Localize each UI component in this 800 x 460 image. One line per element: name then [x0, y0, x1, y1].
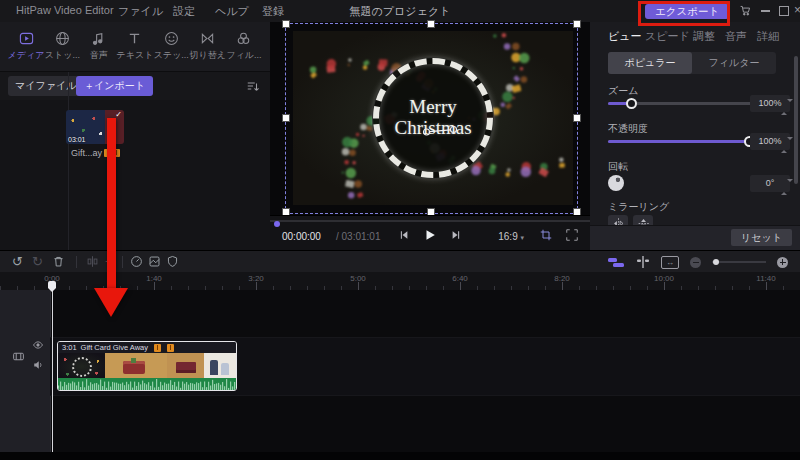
undo-icon[interactable]: ↺: [12, 254, 23, 269]
tab-sticker[interactable]: ステッ...: [153, 22, 189, 71]
project-title: 無題のプロジェクト: [350, 4, 451, 19]
current-time: 00:00:00: [282, 231, 321, 242]
menu-register[interactable]: 登録: [262, 4, 284, 19]
track-align-icon[interactable]: [636, 256, 650, 268]
clip-title: Gift Card Give Away: [81, 343, 148, 352]
prev-frame-button[interactable]: [398, 229, 410, 241]
filter-segmented-control: ポピュラー フィルター: [608, 52, 776, 74]
ruler-label: 11:40: [756, 274, 775, 283]
app-name: HitPaw Video Editor: [16, 4, 114, 16]
rotation-value[interactable]: 0°: [750, 175, 790, 192]
redo-icon[interactable]: ↻: [32, 254, 43, 269]
menu-file[interactable]: ファイル: [118, 4, 163, 19]
zoom-value[interactable]: 100%: [750, 95, 790, 112]
gift-emoji: [167, 344, 174, 352]
tab-text[interactable]: テキスト: [117, 22, 153, 71]
sort-icon[interactable]: [246, 79, 260, 93]
sticker-icon: [164, 31, 179, 46]
tab-view[interactable]: ビュー: [608, 29, 642, 44]
stock-icon: [55, 31, 70, 46]
ruler-label: 6:40: [452, 274, 468, 283]
opacity-label: 不透明度: [608, 122, 648, 136]
track-mute-icon[interactable]: [32, 359, 44, 371]
timeline-toolbar: ↺ ↻ ↔: [0, 250, 800, 273]
panel-scrollbar[interactable]: [794, 56, 798, 184]
thumbnail-duration: 03:01: [68, 136, 86, 143]
media-tab-bar: メディア ストッ... 音声 テキスト ステッ... 切り替え フィル...: [0, 22, 270, 72]
track-header-column: [0, 290, 51, 452]
ruler-label: 8:20: [554, 274, 570, 283]
selection-rect[interactable]: [285, 23, 578, 214]
tab-detail[interactable]: 詳細: [757, 29, 779, 44]
properties-panel: ビュー スピード 調整 音声 詳細 ポピュラー フィルター ズーム 100% 不…: [590, 22, 800, 250]
track-visibility-icon[interactable]: [32, 339, 44, 351]
tab-audio-props[interactable]: 音声: [725, 29, 747, 44]
segment-popular[interactable]: ポピュラー: [608, 52, 692, 74]
play-button[interactable]: [423, 228, 437, 242]
store-cart-icon[interactable]: [739, 4, 752, 17]
gift-emoji: [154, 344, 161, 352]
tab-adjust[interactable]: 調整: [693, 29, 715, 44]
selection-handle[interactable]: [573, 20, 581, 28]
video-track-icon: [12, 350, 25, 363]
clip-filmstrip: [58, 353, 236, 380]
timeline-zoom-slider[interactable]: [712, 261, 766, 263]
selection-handle[interactable]: [573, 114, 581, 122]
my-files-button[interactable]: マイファイル: [8, 76, 83, 96]
tab-media[interactable]: メディア: [8, 22, 44, 71]
rotation-dial[interactable]: [608, 175, 624, 191]
import-button[interactable]: ＋インポート: [76, 76, 153, 96]
opacity-slider[interactable]: [608, 140, 756, 143]
minimize-button[interactable]: [761, 10, 770, 12]
maximize-button[interactable]: [779, 6, 789, 16]
reset-button[interactable]: リセット: [731, 229, 792, 246]
fit-timeline-icon[interactable]: ↔: [661, 256, 679, 269]
tab-speed[interactable]: スピード: [645, 29, 690, 44]
mask-icon[interactable]: [166, 255, 179, 268]
tab-audio[interactable]: 音声: [81, 22, 117, 71]
rotation-label: 回転: [608, 160, 628, 174]
aspect-ratio-select[interactable]: 16:9 ▾: [498, 231, 524, 242]
selection-handle[interactable]: [282, 20, 290, 28]
preview-panel: Merry Christmas 00:00:00 / 03:01:01 16:9…: [270, 22, 591, 250]
tab-filter[interactable]: フィル...: [226, 22, 262, 71]
tab-stock[interactable]: ストッ...: [44, 22, 80, 71]
close-button[interactable]: ×: [794, 3, 800, 17]
transition-icon: [200, 31, 215, 46]
filmstrip-frame: [105, 353, 166, 380]
preview-scrubber[interactable]: [270, 220, 590, 222]
opacity-value[interactable]: 100%: [750, 133, 790, 150]
menu-help[interactable]: ヘルプ: [215, 4, 249, 19]
next-frame-button[interactable]: [450, 229, 462, 241]
playhead-handle[interactable]: [48, 281, 56, 288]
tab-transition[interactable]: 切り替え: [190, 22, 226, 71]
zoom-out-icon[interactable]: [690, 257, 701, 268]
media-icon: [19, 31, 34, 46]
toolbar-separator: [76, 256, 77, 268]
split-icon[interactable]: [86, 255, 99, 268]
selection-handle[interactable]: [282, 114, 290, 122]
zoom-slider-thumb[interactable]: [626, 98, 637, 109]
timeline-view-controls: ↔: [608, 251, 788, 273]
chevron-down-icon: ▾: [520, 234, 524, 241]
segment-filter[interactable]: フィルター: [692, 52, 776, 74]
crop-clip-icon[interactable]: [148, 255, 161, 268]
scrubber-thumb[interactable]: [274, 221, 280, 227]
track-magnet-icon[interactable]: [608, 257, 625, 268]
timeline-clip[interactable]: 3:01 Gift Card Give Away: [57, 341, 237, 391]
crop-icon[interactable]: [540, 229, 552, 241]
audio-icon: [91, 31, 106, 46]
delete-icon[interactable]: [52, 255, 65, 268]
fullscreen-icon[interactable]: [566, 229, 578, 241]
zoom-slider[interactable]: [608, 102, 756, 105]
timeline-zoom-thumb[interactable]: [713, 259, 719, 265]
text-icon: [127, 31, 142, 46]
filter-icon: [236, 31, 251, 46]
total-time: / 03:01:01: [336, 231, 380, 242]
reset-bar: リセット: [590, 225, 800, 250]
zoom-in-icon[interactable]: [777, 257, 788, 268]
menu-settings[interactable]: 設定: [173, 4, 195, 19]
selection-handle[interactable]: [427, 20, 435, 28]
library-header: マイファイル ＋インポート: [0, 72, 270, 100]
speed-icon[interactable]: [130, 255, 143, 268]
